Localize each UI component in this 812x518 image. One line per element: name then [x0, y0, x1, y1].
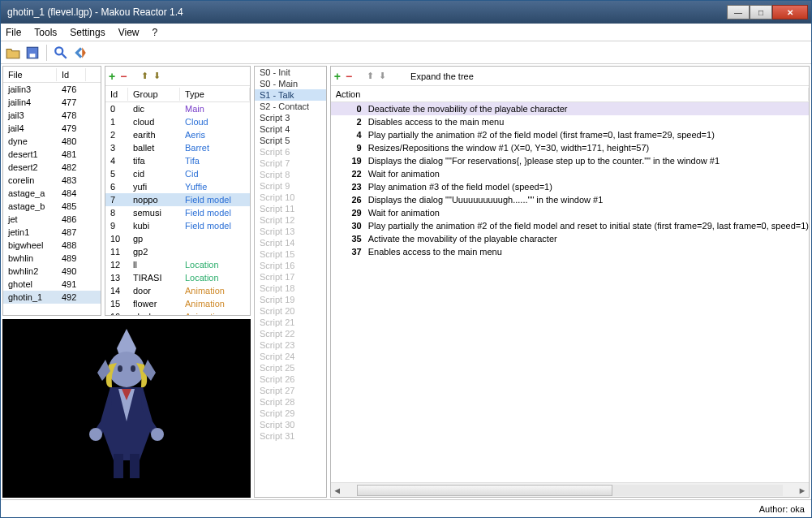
action-row[interactable]: 0Deactivate the movability of the playab…: [331, 102, 809, 115]
file-row[interactable]: jail3478: [3, 109, 101, 122]
file-row[interactable]: ghotel491: [3, 278, 101, 291]
group-row[interactable]: 12llLocation: [105, 258, 250, 271]
move-up-button[interactable]: ⬆: [141, 71, 148, 81]
group-row[interactable]: 0dicMain: [105, 102, 250, 115]
menu-view[interactable]: View: [118, 27, 140, 38]
add-action-button[interactable]: +: [334, 70, 341, 83]
separator: [46, 45, 47, 61]
file-row[interactable]: jailin3476: [3, 83, 101, 96]
move-down-button[interactable]: ⬇: [153, 71, 161, 81]
script-row: Script 16: [255, 260, 326, 271]
file-row[interactable]: ghotin_1492: [3, 291, 101, 304]
script-row: Script 29: [255, 408, 326, 419]
group-header-type[interactable]: Type: [180, 88, 250, 101]
action-list[interactable]: 0Deactivate the movability of the playab…: [331, 102, 809, 482]
file-row[interactable]: jetin1487: [3, 226, 101, 239]
menu-settings[interactable]: Settings: [70, 27, 105, 38]
group-row[interactable]: 3balletBarret: [105, 141, 250, 154]
file-list[interactable]: jailin3476jailin4477jail3478jail4479dyne…: [3, 83, 101, 315]
action-row[interactable]: 26Displays the dialog ""Uuuuuuuuuugh....…: [331, 193, 809, 206]
group-row[interactable]: 9kubiField model: [105, 219, 250, 232]
close-button[interactable]: ✕: [772, 5, 808, 19]
run-icon[interactable]: [73, 45, 88, 60]
script-row: Script 28: [255, 396, 326, 408]
group-row[interactable]: 13TIRASILocation: [105, 271, 250, 284]
file-row[interactable]: corelin483: [3, 174, 101, 187]
action-row[interactable]: 35Activate the movability of the playabl…: [331, 232, 809, 245]
add-group-button[interactable]: +: [109, 70, 115, 83]
file-row[interactable]: astage_a484: [3, 187, 101, 200]
minimize-button[interactable]: —: [727, 5, 750, 19]
group-row[interactable]: 10gp: [105, 232, 250, 245]
script-row: Script 19: [255, 294, 326, 305]
group-row[interactable]: 14doorAnimation: [105, 284, 250, 297]
script-row[interactable]: Script 5: [255, 135, 326, 146]
remove-group-button[interactable]: −: [120, 70, 127, 83]
horizontal-scrollbar[interactable]: ◄ ►: [331, 482, 809, 497]
script-list[interactable]: S0 - InitS0 - MainS1 - TalkS2 - ContactS…: [255, 67, 326, 497]
script-row[interactable]: Script 3: [255, 112, 326, 123]
script-row: Script 9: [255, 180, 326, 192]
menubar: File Tools Settings View ?: [1, 24, 811, 41]
group-row[interactable]: 7noppoField model: [105, 193, 250, 206]
action-row[interactable]: 4Play partially the animation #2 of the …: [331, 128, 809, 141]
expand-tree-button[interactable]: Expand the tree: [410, 71, 474, 81]
file-row[interactable]: desert1481: [3, 148, 101, 161]
group-row[interactable]: 16clockAnimation: [105, 310, 250, 315]
menu-file[interactable]: File: [6, 27, 21, 38]
action-row[interactable]: 19Displays the dialog ""For reservations…: [331, 154, 809, 167]
group-header-group[interactable]: Group: [128, 88, 180, 101]
action-header[interactable]: Action: [331, 88, 809, 101]
file-row[interactable]: bwhlin489: [3, 252, 101, 265]
file-row[interactable]: astage_b485: [3, 200, 101, 213]
toolbar: [1, 41, 811, 64]
action-row[interactable]: 29Wait for animation: [331, 206, 809, 219]
group-row[interactable]: 1cloudCloud: [105, 115, 250, 128]
action-up-button[interactable]: ⬆: [367, 71, 374, 81]
save-icon[interactable]: [25, 45, 40, 60]
open-icon[interactable]: [6, 45, 20, 60]
group-row[interactable]: 8semusiField model: [105, 206, 250, 219]
group-row[interactable]: 15flowerAnimation: [105, 297, 250, 310]
group-row[interactable]: 5cidCid: [105, 167, 250, 180]
script-row: Script 22: [255, 328, 326, 339]
file-row[interactable]: bwhlin2490: [3, 265, 101, 278]
file-header-id[interactable]: Id: [57, 68, 86, 81]
file-row[interactable]: jail4479: [3, 122, 101, 135]
group-row[interactable]: 4tifaTifa: [105, 154, 250, 167]
group-row[interactable]: 6yufiYuffie: [105, 180, 250, 193]
script-row[interactable]: S2 - Contact: [255, 101, 326, 112]
file-row[interactable]: bigwheel488: [3, 239, 101, 252]
action-row[interactable]: 22Wait for animation: [331, 167, 809, 180]
maximize-button[interactable]: □: [750, 5, 772, 19]
search-icon[interactable]: [54, 45, 68, 60]
scroll-right-icon[interactable]: ►: [796, 486, 809, 495]
group-list[interactable]: 0dicMain1cloudCloud2earithAeris3balletBa…: [105, 102, 250, 315]
action-down-button[interactable]: ⬇: [379, 71, 386, 81]
action-row[interactable]: 9Resizes/Repositions the window #1 (X=0,…: [331, 141, 809, 154]
file-row[interactable]: jet486: [3, 213, 101, 226]
script-row[interactable]: S0 - Init: [255, 67, 326, 78]
script-row[interactable]: Script 4: [255, 123, 326, 135]
action-row[interactable]: 2Disables access to the main menu: [331, 115, 809, 128]
group-header-id[interactable]: Id: [105, 88, 128, 101]
action-row[interactable]: 37Enables access to the main menu: [331, 245, 809, 258]
file-row[interactable]: dyne480: [3, 135, 101, 148]
file-header-file[interactable]: File: [3, 68, 57, 81]
group-row[interactable]: 11gp2: [105, 245, 250, 258]
scroll-left-icon[interactable]: ◄: [331, 486, 344, 495]
file-row[interactable]: jailin4477: [3, 96, 101, 109]
menu-help[interactable]: ?: [153, 27, 158, 38]
script-row: Script 7: [255, 158, 326, 169]
menu-tools[interactable]: Tools: [34, 27, 57, 38]
group-row[interactable]: 2earithAeris: [105, 128, 250, 141]
file-row[interactable]: desert2482: [3, 161, 101, 174]
action-row[interactable]: 23Play animation #3 of the field model (…: [331, 180, 809, 193]
action-row[interactable]: 30Play partially the animation #2 of the…: [331, 219, 809, 232]
window-title: ghotin_1 (flevel.lgp) - Makou Reactor 1.…: [4, 6, 727, 18]
script-row[interactable]: S1 - Talk: [255, 89, 326, 101]
remove-action-button[interactable]: −: [346, 70, 352, 83]
script-row[interactable]: S0 - Main: [255, 78, 326, 89]
statusbar: Author: oka: [1, 499, 811, 517]
script-row: Script 11: [255, 203, 326, 214]
